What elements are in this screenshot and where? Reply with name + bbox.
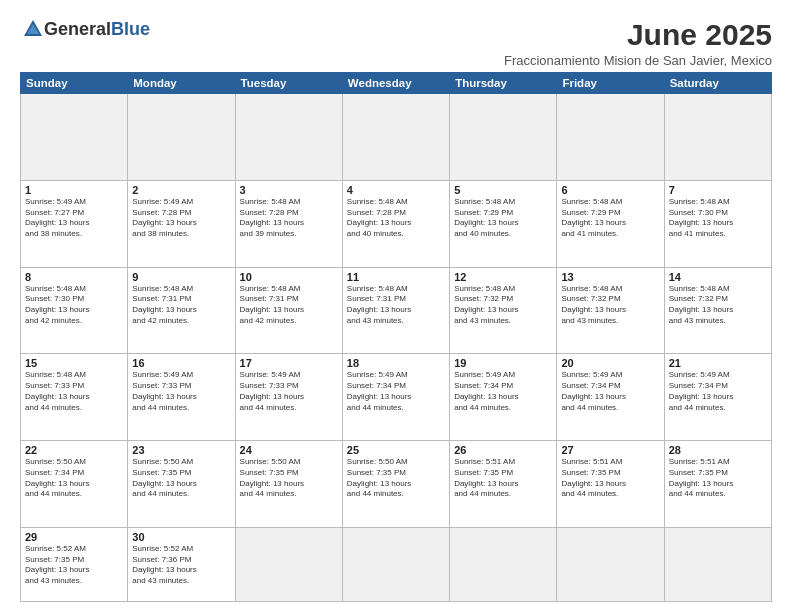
title-block: June 2025 Fraccionamiento Mision de San … (504, 18, 772, 68)
logo-text-general: General (44, 19, 111, 39)
calendar-cell (450, 527, 557, 601)
day-number: 19 (454, 357, 552, 369)
calendar-cell: 16Sunrise: 5:49 AMSunset: 7:33 PMDayligh… (128, 354, 235, 441)
day-info: Sunrise: 5:49 AMSunset: 7:33 PMDaylight:… (132, 370, 230, 413)
calendar-cell: 25Sunrise: 5:50 AMSunset: 7:35 PMDayligh… (342, 441, 449, 528)
day-number: 9 (132, 271, 230, 283)
logo-text-blue: Blue (111, 19, 150, 39)
header: GeneralBlue June 2025 Fraccionamiento Mi… (20, 18, 772, 68)
calendar-cell: 23Sunrise: 5:50 AMSunset: 7:35 PMDayligh… (128, 441, 235, 528)
day-info: Sunrise: 5:49 AMSunset: 7:34 PMDaylight:… (347, 370, 445, 413)
day-number: 15 (25, 357, 123, 369)
calendar-cell: 2Sunrise: 5:49 AMSunset: 7:28 PMDaylight… (128, 180, 235, 267)
day-number: 22 (25, 444, 123, 456)
day-number: 24 (240, 444, 338, 456)
day-info: Sunrise: 5:48 AMSunset: 7:31 PMDaylight:… (132, 284, 230, 327)
calendar-cell: 6Sunrise: 5:48 AMSunset: 7:29 PMDaylight… (557, 180, 664, 267)
calendar-cell: 20Sunrise: 5:49 AMSunset: 7:34 PMDayligh… (557, 354, 664, 441)
calendar-cell: 8Sunrise: 5:48 AMSunset: 7:30 PMDaylight… (21, 267, 128, 354)
day-info: Sunrise: 5:51 AMSunset: 7:35 PMDaylight:… (561, 457, 659, 500)
weekday-header-tuesday: Tuesday (235, 73, 342, 94)
weekday-header-friday: Friday (557, 73, 664, 94)
calendar-cell (557, 94, 664, 181)
day-number: 2 (132, 184, 230, 196)
calendar-cell: 10Sunrise: 5:48 AMSunset: 7:31 PMDayligh… (235, 267, 342, 354)
week-row-4: 22Sunrise: 5:50 AMSunset: 7:34 PMDayligh… (21, 441, 772, 528)
day-info: Sunrise: 5:50 AMSunset: 7:35 PMDaylight:… (132, 457, 230, 500)
calendar-cell: 15Sunrise: 5:48 AMSunset: 7:33 PMDayligh… (21, 354, 128, 441)
day-number: 7 (669, 184, 767, 196)
day-info: Sunrise: 5:49 AMSunset: 7:34 PMDaylight:… (669, 370, 767, 413)
day-info: Sunrise: 5:48 AMSunset: 7:32 PMDaylight:… (454, 284, 552, 327)
calendar-cell: 12Sunrise: 5:48 AMSunset: 7:32 PMDayligh… (450, 267, 557, 354)
calendar-cell: 4Sunrise: 5:48 AMSunset: 7:28 PMDaylight… (342, 180, 449, 267)
day-number: 1 (25, 184, 123, 196)
day-number: 29 (25, 531, 123, 543)
day-info: Sunrise: 5:48 AMSunset: 7:28 PMDaylight:… (347, 197, 445, 240)
day-info: Sunrise: 5:48 AMSunset: 7:32 PMDaylight:… (669, 284, 767, 327)
calendar-cell: 21Sunrise: 5:49 AMSunset: 7:34 PMDayligh… (664, 354, 771, 441)
calendar-cell: 18Sunrise: 5:49 AMSunset: 7:34 PMDayligh… (342, 354, 449, 441)
calendar-table: SundayMondayTuesdayWednesdayThursdayFrid… (20, 72, 772, 602)
weekday-header-saturday: Saturday (664, 73, 771, 94)
day-info: Sunrise: 5:48 AMSunset: 7:30 PMDaylight:… (25, 284, 123, 327)
calendar-cell: 26Sunrise: 5:51 AMSunset: 7:35 PMDayligh… (450, 441, 557, 528)
day-number: 23 (132, 444, 230, 456)
day-info: Sunrise: 5:52 AMSunset: 7:36 PMDaylight:… (132, 544, 230, 587)
weekday-header-wednesday: Wednesday (342, 73, 449, 94)
week-row-3: 15Sunrise: 5:48 AMSunset: 7:33 PMDayligh… (21, 354, 772, 441)
calendar-cell (342, 94, 449, 181)
day-number: 21 (669, 357, 767, 369)
day-info: Sunrise: 5:49 AMSunset: 7:34 PMDaylight:… (454, 370, 552, 413)
calendar-cell: 13Sunrise: 5:48 AMSunset: 7:32 PMDayligh… (557, 267, 664, 354)
day-number: 26 (454, 444, 552, 456)
calendar-cell: 29Sunrise: 5:52 AMSunset: 7:35 PMDayligh… (21, 527, 128, 601)
day-number: 30 (132, 531, 230, 543)
day-info: Sunrise: 5:48 AMSunset: 7:30 PMDaylight:… (669, 197, 767, 240)
weekday-header-thursday: Thursday (450, 73, 557, 94)
day-number: 11 (347, 271, 445, 283)
calendar-cell: 27Sunrise: 5:51 AMSunset: 7:35 PMDayligh… (557, 441, 664, 528)
day-info: Sunrise: 5:48 AMSunset: 7:29 PMDaylight:… (454, 197, 552, 240)
day-number: 20 (561, 357, 659, 369)
calendar-cell (664, 94, 771, 181)
calendar-cell (664, 527, 771, 601)
calendar-cell (450, 94, 557, 181)
calendar-cell: 28Sunrise: 5:51 AMSunset: 7:35 PMDayligh… (664, 441, 771, 528)
day-info: Sunrise: 5:49 AMSunset: 7:34 PMDaylight:… (561, 370, 659, 413)
day-number: 4 (347, 184, 445, 196)
week-row-2: 8Sunrise: 5:48 AMSunset: 7:30 PMDaylight… (21, 267, 772, 354)
day-info: Sunrise: 5:49 AMSunset: 7:27 PMDaylight:… (25, 197, 123, 240)
week-row-0 (21, 94, 772, 181)
day-number: 25 (347, 444, 445, 456)
logo: GeneralBlue (20, 18, 150, 40)
weekday-header-row: SundayMondayTuesdayWednesdayThursdayFrid… (21, 73, 772, 94)
day-info: Sunrise: 5:52 AMSunset: 7:35 PMDaylight:… (25, 544, 123, 587)
calendar-cell: 19Sunrise: 5:49 AMSunset: 7:34 PMDayligh… (450, 354, 557, 441)
day-info: Sunrise: 5:51 AMSunset: 7:35 PMDaylight:… (669, 457, 767, 500)
day-info: Sunrise: 5:50 AMSunset: 7:35 PMDaylight:… (347, 457, 445, 500)
day-number: 27 (561, 444, 659, 456)
calendar-cell (128, 94, 235, 181)
day-info: Sunrise: 5:50 AMSunset: 7:34 PMDaylight:… (25, 457, 123, 500)
calendar-cell: 7Sunrise: 5:48 AMSunset: 7:30 PMDaylight… (664, 180, 771, 267)
calendar-cell: 30Sunrise: 5:52 AMSunset: 7:36 PMDayligh… (128, 527, 235, 601)
day-info: Sunrise: 5:50 AMSunset: 7:35 PMDaylight:… (240, 457, 338, 500)
day-info: Sunrise: 5:48 AMSunset: 7:32 PMDaylight:… (561, 284, 659, 327)
day-number: 16 (132, 357, 230, 369)
day-number: 17 (240, 357, 338, 369)
calendar-cell: 9Sunrise: 5:48 AMSunset: 7:31 PMDaylight… (128, 267, 235, 354)
day-number: 6 (561, 184, 659, 196)
calendar-cell: 22Sunrise: 5:50 AMSunset: 7:34 PMDayligh… (21, 441, 128, 528)
day-number: 5 (454, 184, 552, 196)
calendar-cell: 17Sunrise: 5:49 AMSunset: 7:33 PMDayligh… (235, 354, 342, 441)
day-info: Sunrise: 5:48 AMSunset: 7:28 PMDaylight:… (240, 197, 338, 240)
calendar-page: GeneralBlue June 2025 Fraccionamiento Mi… (0, 0, 792, 612)
weekday-header-sunday: Sunday (21, 73, 128, 94)
day-number: 12 (454, 271, 552, 283)
week-row-1: 1Sunrise: 5:49 AMSunset: 7:27 PMDaylight… (21, 180, 772, 267)
day-number: 13 (561, 271, 659, 283)
day-info: Sunrise: 5:51 AMSunset: 7:35 PMDaylight:… (454, 457, 552, 500)
day-info: Sunrise: 5:48 AMSunset: 7:31 PMDaylight:… (240, 284, 338, 327)
calendar-cell (557, 527, 664, 601)
